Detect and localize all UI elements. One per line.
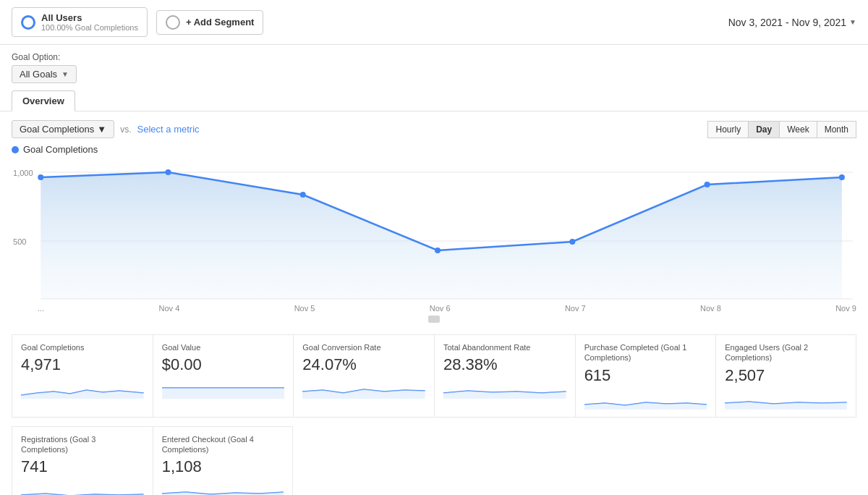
stats-section: Goal Completions 4,971 Goal Value $0.00	[0, 323, 868, 495]
x-label-2: Nov 5	[294, 304, 315, 313]
stat-card-1: Goal Value $0.00	[153, 334, 294, 418]
goal-option-dropdown[interactable]: All Goals ▼	[12, 65, 77, 83]
time-buttons: Hourly Day Week Month	[708, 121, 856, 138]
chart-svg: 1,000 500	[12, 158, 856, 302]
stat-card-7: Entered Checkout (Goal 4 Completions) 1,…	[153, 426, 294, 495]
x-label-1: Nov 4	[159, 304, 180, 313]
stats-row-1: Goal Completions 4,971 Goal Value $0.00	[12, 334, 856, 418]
stat-card-2: Goal Conversion Rate 24.07%	[293, 334, 434, 418]
time-btn-day[interactable]: Day	[748, 121, 780, 138]
segment-sub: 100.00% Goal Completions	[41, 23, 138, 32]
metric-caret-icon: ▼	[97, 124, 106, 135]
segments-row: All Users 100.00% Goal Completions + Add…	[12, 7, 263, 37]
top-bar: All Users 100.00% Goal Completions + Add…	[0, 0, 868, 45]
mini-chart-4	[584, 388, 707, 410]
stat-value-2: 24.07%	[302, 355, 425, 374]
stat-label-3: Total Abandonment Rate	[443, 342, 566, 352]
add-segment-label: + Add Segment	[186, 17, 255, 28]
stat-card-6: Registrations (Goal 3 Completions) 741	[12, 426, 153, 495]
goal-option-value: All Goals	[20, 69, 57, 80]
stat-value-0: 4,971	[21, 355, 144, 374]
mini-chart-2	[302, 377, 425, 399]
main-chart: 1,000 500	[12, 158, 856, 302]
legend-label: Goal Completions	[23, 144, 98, 155]
stat-label-5: Engaged Users (Goal 2 Completions)	[725, 342, 847, 363]
stat-card-5: Engaged Users (Goal 2 Completions) 2,507	[715, 334, 856, 418]
chart-point	[839, 174, 845, 180]
svg-marker-8	[443, 391, 566, 399]
tab-overview[interactable]: Overview	[12, 90, 75, 111]
stat-value-1: $0.00	[162, 355, 285, 374]
time-btn-hourly-label: Hourly	[715, 124, 741, 135]
chart-tooltip-indicator	[12, 316, 856, 323]
select-metric-link[interactable]: Select a metric	[137, 124, 200, 135]
stat-label-2: Goal Conversion Rate	[302, 342, 425, 352]
mini-chart-5	[725, 388, 847, 410]
time-btn-month[interactable]: Month	[817, 121, 856, 138]
svg-marker-9	[584, 402, 707, 410]
chart-controls: Goal Completions ▼ vs. Select a metric H…	[12, 120, 856, 138]
chart-point	[38, 174, 43, 180]
goal-option-label: Goal Option:	[12, 52, 856, 62]
tab-overview-label: Overview	[22, 96, 64, 106]
svg-text:1,000: 1,000	[13, 169, 33, 177]
chart-point	[300, 192, 306, 198]
stat-card-3: Total Abandonment Rate 28.38%	[434, 334, 575, 418]
goal-option-caret-icon: ▼	[61, 70, 69, 78]
mini-chart-7	[162, 479, 284, 495]
goal-option-row: Goal Option: All Goals ▼	[0, 45, 868, 83]
mini-chart-3	[443, 377, 566, 399]
mini-chart-0	[21, 377, 144, 399]
time-btn-week[interactable]: Week	[779, 121, 817, 138]
x-label-3: Nov 6	[430, 304, 451, 313]
date-range-text: Nov 3, 2021 - Nov 9, 2021	[728, 17, 846, 28]
x-label-5: Nov 8	[700, 304, 721, 313]
add-segment-button[interactable]: + Add Segment	[156, 10, 264, 35]
chart-point	[569, 239, 575, 245]
stat-label-7: Entered Checkout (Goal 4 Completions)	[162, 434, 284, 455]
chart-fill-area	[41, 172, 842, 299]
chart-section: Goal Completions ▼ vs. Select a metric H…	[0, 111, 868, 323]
x-label-4: Nov 7	[565, 304, 586, 313]
x-label-6: Nov 9	[835, 304, 856, 313]
stat-value-6: 741	[21, 457, 144, 476]
stat-label-1: Goal Value	[162, 342, 285, 352]
time-btn-month-label: Month	[825, 124, 848, 135]
chart-legend: Goal Completions	[12, 144, 856, 155]
chart-point	[435, 248, 441, 253]
stat-card-4: Purchase Completed (Goal 1 Completions) …	[575, 334, 716, 418]
time-btn-hourly[interactable]: Hourly	[707, 121, 749, 138]
segment-label: All Users	[41, 12, 138, 23]
date-range-arrow-icon: ▼	[849, 18, 856, 26]
segment-empty-icon	[166, 15, 180, 30]
svg-marker-7	[302, 389, 425, 399]
svg-text:500: 500	[13, 237, 26, 246]
metric-dropdown[interactable]: Goal Completions ▼	[12, 120, 114, 138]
stat-value-3: 28.38%	[443, 355, 566, 374]
svg-marker-5	[21, 390, 144, 399]
metric-selector: Goal Completions ▼ vs. Select a metric	[12, 120, 200, 138]
vs-text: vs.	[120, 124, 131, 135]
stats-row-2: Registrations (Goal 3 Completions) 741 E…	[12, 426, 856, 495]
stat-card-0: Goal Completions 4,971	[12, 334, 153, 418]
mini-chart-6	[21, 479, 144, 495]
x-label-0: ...	[38, 304, 44, 313]
mini-chart-1	[162, 377, 285, 399]
chart-point	[165, 169, 171, 175]
stat-label-0: Goal Completions	[21, 342, 144, 352]
segment-circle-icon	[21, 15, 35, 30]
stat-value-7: 1,108	[162, 457, 284, 476]
tabs-row: Overview	[0, 83, 868, 111]
metric-label: Goal Completions	[20, 124, 94, 135]
x-axis-labels: ... Nov 4 Nov 5 Nov 6 Nov 7 Nov 8 Nov 9	[12, 302, 856, 313]
legend-dot-icon	[12, 146, 19, 153]
stat-label-4: Purchase Completed (Goal 1 Completions)	[584, 342, 707, 363]
date-range-picker[interactable]: Nov 3, 2021 - Nov 9, 2021 ▼	[728, 17, 856, 28]
time-btn-week-label: Week	[787, 124, 809, 135]
time-btn-day-label: Day	[756, 124, 772, 135]
stat-value-4: 615	[584, 366, 707, 385]
stat-value-5: 2,507	[725, 366, 847, 385]
svg-marker-6	[162, 388, 285, 399]
segment-all-users[interactable]: All Users 100.00% Goal Completions	[12, 7, 148, 37]
chart-point	[705, 182, 710, 187]
